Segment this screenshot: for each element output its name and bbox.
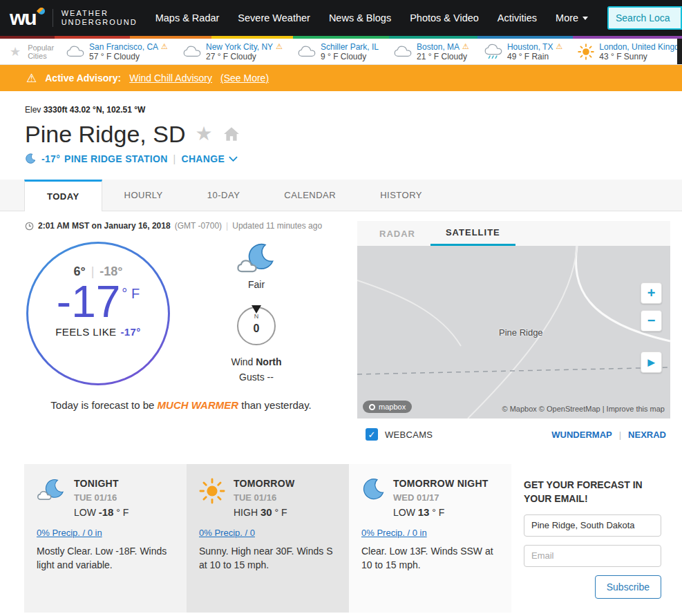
feels-like-label: FEELS LIKE xyxy=(55,326,116,338)
wundermap-link[interactable]: WUNDERMAP xyxy=(551,430,612,440)
wind-compass: N 0 xyxy=(237,307,276,345)
webcams-label: WEBCAMS xyxy=(385,430,433,440)
home-icon[interactable] xyxy=(222,125,240,143)
city-new-york[interactable]: New York City, NY⚠ 27 ° F Cloudy xyxy=(183,42,283,61)
popular-label-line2: Cities xyxy=(28,52,47,60)
play-button[interactable]: ▶ xyxy=(641,352,662,373)
change-station-link[interactable]: CHANGE xyxy=(182,153,238,164)
email-signup-card: GET YOUR FORECAST IN YOUR EMAIL! Subscri… xyxy=(511,464,674,613)
rain-icon xyxy=(484,44,502,59)
city-san-francisco[interactable]: San Francisco, CA⚠ 57 ° F Cloudy xyxy=(66,42,168,61)
city-text: Boston, MA⚠ 21 ° F Cloudy xyxy=(417,42,469,61)
station-row: -17° PINE RIDGE STATION | CHANGE xyxy=(25,153,682,164)
location-field[interactable] xyxy=(524,514,661,537)
warning-icon: ⚠ xyxy=(276,43,283,50)
tab-history[interactable]: HISTORY xyxy=(358,180,444,211)
chevron-down-icon xyxy=(582,17,588,20)
advisory-bar: ⚠ Active Advisory: Wind Chill Advisory (… xyxy=(0,65,682,91)
popular-cities-bar: ★ Popular Cities San Francisco, CA⚠ 57 °… xyxy=(0,39,682,65)
nexrad-link[interactable]: NEXRAD xyxy=(628,430,666,440)
card-description: Sunny. High near 30F. Winds S at 10 to 1… xyxy=(199,544,337,572)
search-input[interactable] xyxy=(607,6,682,30)
card-tomorrow[interactable]: TOMORROW TUE 01/16 HIGH 30 ° F 0% Precip… xyxy=(187,464,349,613)
city-temp-label: 49 ° F Rain xyxy=(507,52,562,61)
precip-link[interactable]: 0% Precip. / 0 in xyxy=(37,528,102,538)
current-temperature: -17 ° F xyxy=(57,279,140,325)
location-header: Elev 3330ft 43.02 °N, 102.51 °W Pine Rid… xyxy=(0,91,682,180)
map-canvas[interactable]: Pine Ridge + − ▶ mapbox © Mapbox © OpenS… xyxy=(357,246,670,418)
map-attribution: © Mapbox © OpenStreetMap | Improve this … xyxy=(502,405,665,413)
condition-column: Fair N 0 Wind North Gusts -- xyxy=(211,242,301,385)
nav-maps-radar[interactable]: Maps & Radar xyxy=(155,12,220,23)
city-text: San Francisco, CA⚠ 57 ° F Cloudy xyxy=(89,42,168,61)
card-description: Clear. Low 13F. Winds SSW at 10 to 15 mp… xyxy=(361,544,499,572)
card-title: TOMORROW xyxy=(234,478,294,489)
advisory-see-more-link[interactable]: (See More) xyxy=(220,73,269,84)
precip-link[interactable]: 0% Precip. / 0 xyxy=(199,528,255,538)
city-name-label: Schiller Park, IL xyxy=(321,42,379,52)
advisory-link[interactable]: Wind Chill Advisory xyxy=(129,73,212,84)
divider: | xyxy=(226,221,228,231)
popular-cities-label: Popular Cities xyxy=(28,44,54,60)
star-icon[interactable]: ★ xyxy=(10,44,21,59)
tab-calendar[interactable]: CALENDAR xyxy=(262,180,358,211)
city-temp-label: 9 ° F Cloudy xyxy=(321,52,379,61)
city-text: New York City, NY⚠ 27 ° F Cloudy xyxy=(206,42,283,61)
warning-icon: ⚠ xyxy=(556,43,562,50)
warning-icon: ⚠ xyxy=(161,43,168,50)
city-text: Schiller Park, IL 9 ° F Cloudy xyxy=(321,42,379,61)
mapbox-icon xyxy=(369,404,375,410)
zoom-in-button[interactable]: + xyxy=(641,282,662,304)
brand-line1: WEATHER xyxy=(61,9,138,18)
tab-hourly[interactable]: HOURLY xyxy=(102,180,185,211)
wu-logo-text: wu xyxy=(10,6,36,29)
nav-news-blogs[interactable]: News & Blogs xyxy=(329,12,391,23)
tab-today[interactable]: TODAY xyxy=(24,180,102,211)
nav-more[interactable]: More xyxy=(556,12,588,23)
mapbox-logo[interactable]: mapbox xyxy=(363,401,412,413)
email-signup-title: GET YOUR FORECAST IN YOUR EMAIL! xyxy=(524,478,661,506)
tab-10-day[interactable]: 10-DAY xyxy=(185,180,263,211)
nav-photos-video[interactable]: Photos & Video xyxy=(410,12,479,23)
condition-label: Fair xyxy=(248,279,265,290)
webcams-row: ✓ WEBCAMS WUNDERMAP | NEXRAD xyxy=(357,418,670,450)
city-text: London, United Kingdo 43 ° F Sunny xyxy=(599,42,682,61)
time-main: 2:01 AM MST on January 16, 2018 xyxy=(38,221,171,231)
elevation-line: Elev 3330ft 43.02 °N, 102.51 °W xyxy=(25,105,682,115)
favorite-star-icon[interactable]: ★ xyxy=(195,124,212,144)
station-link[interactable]: -17° PINE RIDGE STATION xyxy=(41,153,168,164)
card-description: Mostly Clear. Low -18F. Winds light and … xyxy=(37,544,174,572)
email-field[interactable] xyxy=(524,545,661,567)
cities-scroll-edge[interactable] xyxy=(677,39,682,64)
precip-link[interactable]: 0% Precip. / 0 in xyxy=(361,528,427,538)
sun-icon xyxy=(578,44,594,60)
subscribe-button[interactable]: Subscribe xyxy=(595,575,661,599)
warning-icon: ⚠ xyxy=(26,71,37,86)
nav-severe-weather[interactable]: Severe Weather xyxy=(238,12,310,23)
zoom-out-button[interactable]: − xyxy=(641,310,662,331)
city-houston[interactable]: Houston, TX⚠ 49 ° F Rain xyxy=(484,42,562,61)
chevron-down-icon xyxy=(229,156,238,162)
city-boston[interactable]: Boston, MA⚠ 21 ° F Cloudy xyxy=(394,42,469,61)
top-navbar: wu WEATHER UNDERGROUND Maps & Radar Seve… xyxy=(0,0,682,36)
webcams-checkbox[interactable]: ✓ xyxy=(366,428,378,441)
card-tomorrow-night[interactable]: TOMORROW NIGHT WED 01/17 LOW 13 ° F 0% P… xyxy=(349,464,511,613)
page-title: Pine Ridge, SD xyxy=(25,120,185,148)
city-london[interactable]: London, United Kingdo 43 ° F Sunny xyxy=(578,42,682,61)
coordinates: 43.02 °N, 102.51 °W xyxy=(70,105,146,115)
moon-cloud-icon xyxy=(37,478,66,503)
city-text: Houston, TX⚠ 49 ° F Rain xyxy=(507,42,562,61)
tab-satellite[interactable]: SATELLITE xyxy=(430,221,515,246)
tab-radar[interactable]: RADAR xyxy=(364,221,430,246)
map-panel: RADAR SATELLITE Pine Ridge + − ▶ mapbox … xyxy=(357,221,670,452)
wu-brand-link[interactable]: wu WEATHER UNDERGROUND xyxy=(10,8,138,28)
change-label: CHANGE xyxy=(182,153,225,164)
page-tabs: TODAY HOURLY 10-DAY CALENDAR HISTORY xyxy=(0,180,682,211)
temperature-circle: 6° | -18° -17 ° F FEELS LIKE -17° xyxy=(26,242,170,385)
moon-icon xyxy=(25,153,36,164)
nav-activities[interactable]: Activities xyxy=(498,12,537,23)
time-zone: (GMT -0700) xyxy=(175,221,222,231)
temp-unit: ° F xyxy=(122,286,140,325)
city-schiller-park[interactable]: Schiller Park, IL 9 ° F Cloudy xyxy=(298,42,379,61)
card-tonight[interactable]: TONIGHT TUE 01/16 LOW -18 ° F 0% Precip.… xyxy=(24,464,187,613)
